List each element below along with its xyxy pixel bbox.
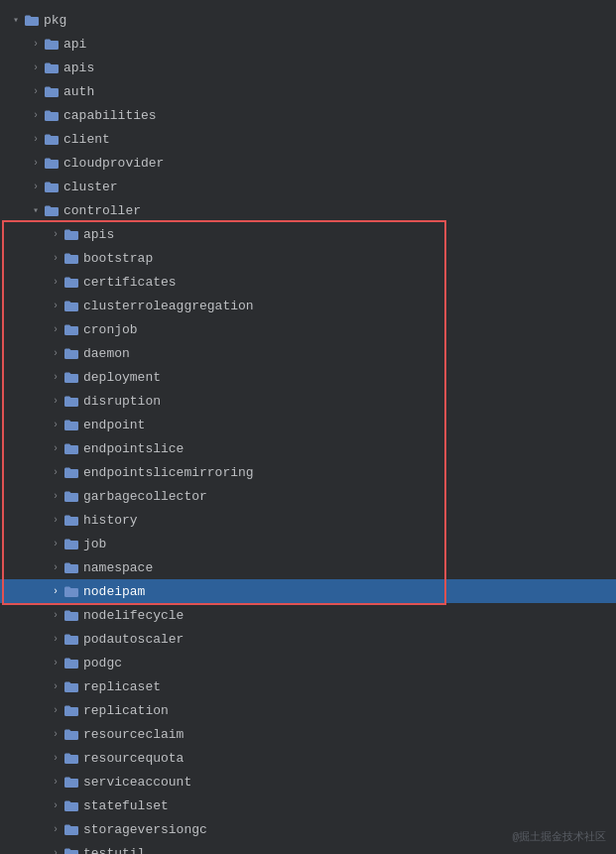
item-label: nodelifecycle — [83, 608, 184, 623]
chevron-icon — [48, 607, 63, 623]
tree-item-cronjob[interactable]: cronjob — [0, 317, 616, 341]
tree-item-endpoint[interactable]: endpoint — [0, 413, 616, 436]
tree-item-garbagecollector[interactable]: garbagecollector — [0, 484, 616, 508]
tree-item-endpointslicemirroring[interactable]: endpointslicemirroring — [0, 460, 616, 484]
folder-icon — [63, 369, 79, 385]
folder-icon — [44, 155, 60, 171]
folder-icon — [44, 60, 60, 75]
chevron-icon — [48, 345, 63, 361]
folder-icon — [44, 131, 60, 147]
tree-item-api[interactable]: api — [0, 32, 616, 56]
tree-item-statefulset[interactable]: statefulset — [0, 793, 616, 817]
item-label: pkg — [44, 13, 66, 28]
folder-icon — [63, 345, 79, 361]
item-label: deployment — [83, 370, 161, 385]
tree-item-replicaset[interactable]: replicaset — [0, 674, 616, 698]
item-label: endpointslice — [83, 441, 184, 456]
folder-icon — [44, 179, 60, 194]
tree-item-nodelifecycle[interactable]: nodelifecycle — [0, 603, 616, 627]
folder-icon — [63, 440, 79, 456]
tree-item-replication[interactable]: replication — [0, 698, 616, 722]
chevron-icon — [48, 821, 63, 837]
tree-item-capabilities[interactable]: capabilities — [0, 103, 616, 127]
chevron-icon — [48, 655, 63, 671]
folder-icon — [63, 774, 79, 790]
folder-icon — [63, 226, 79, 242]
folder-icon — [63, 797, 79, 813]
item-label: auth — [63, 84, 94, 99]
item-label: job — [83, 537, 106, 551]
chevron-icon — [48, 750, 63, 766]
item-label: apis — [83, 227, 114, 242]
tree-item-pkg[interactable]: pkg — [0, 8, 616, 32]
tree-item-daemon[interactable]: daemon — [0, 341, 616, 365]
chevron-icon — [28, 60, 44, 75]
chevron-icon — [28, 107, 44, 123]
tree-item-namespace[interactable]: namespace — [0, 555, 616, 579]
chevron-icon — [48, 274, 63, 290]
chevron-icon — [48, 845, 63, 854]
item-label: api — [63, 37, 86, 52]
folder-icon — [63, 488, 79, 504]
tree-item-nodeipam[interactable]: nodeipam — [0, 579, 616, 603]
item-label: clusterroleaggregation — [83, 299, 254, 313]
folder-icon — [44, 107, 60, 123]
folder-icon — [63, 655, 79, 671]
folder-icon — [63, 512, 79, 528]
tree-item-serviceaccount[interactable]: serviceaccount — [0, 770, 616, 793]
tree-item-controller[interactable]: controller — [0, 198, 616, 222]
tree-item-clusterroleaggregation[interactable]: clusterroleaggregation — [0, 294, 616, 317]
chevron-icon — [48, 512, 63, 528]
item-label: bootstrap — [83, 251, 153, 266]
tree-item-resourceclaim[interactable]: resourceclaim — [0, 722, 616, 746]
tree-item-job[interactable]: job — [0, 532, 616, 555]
tree-item-apis-ctrl[interactable]: apis — [0, 222, 616, 246]
tree-item-apis[interactable]: apis — [0, 56, 616, 79]
tree-item-bootstrap[interactable]: bootstrap — [0, 246, 616, 270]
folder-icon — [63, 583, 79, 599]
chevron-icon — [48, 726, 63, 742]
folder-icon — [63, 536, 79, 551]
folder-icon — [63, 298, 79, 313]
item-label: client — [63, 132, 110, 147]
tree-item-cloudprovider[interactable]: cloudprovider — [0, 151, 616, 175]
file-tree: pkg api apis auth capabilities client — [0, 0, 616, 854]
folder-icon — [63, 678, 79, 694]
folder-icon — [63, 821, 79, 837]
folder-icon — [63, 464, 79, 480]
folder-icon — [63, 274, 79, 290]
tree-item-cluster[interactable]: cluster — [0, 175, 616, 198]
chevron-icon — [48, 702, 63, 718]
tree-item-resourcequota[interactable]: resourcequota — [0, 746, 616, 770]
tree-item-auth[interactable]: auth — [0, 79, 616, 103]
item-label: daemon — [83, 346, 130, 361]
chevron-icon — [28, 131, 44, 147]
watermark: @掘土掘金技术社区 — [512, 829, 606, 844]
chevron-icon — [48, 298, 63, 313]
tree-item-disruption[interactable]: disruption — [0, 389, 616, 413]
chevron-icon — [48, 250, 63, 266]
chevron-icon — [28, 202, 44, 218]
tree-item-client[interactable]: client — [0, 127, 616, 151]
item-label: endpoint — [83, 418, 145, 432]
item-label: testutil — [83, 846, 145, 855]
chevron-icon — [48, 321, 63, 337]
item-label: serviceaccount — [83, 775, 191, 790]
item-label: endpointslicemirroring — [83, 465, 254, 480]
item-label: controller — [63, 203, 141, 218]
tree-item-certificates[interactable]: certificates — [0, 270, 616, 294]
tree-item-podgc[interactable]: podgc — [0, 651, 616, 674]
item-label: nodeipam — [83, 584, 145, 599]
item-label: apis — [63, 61, 94, 75]
folder-icon — [63, 559, 79, 575]
item-label: certificates — [83, 275, 177, 290]
tree-item-endpointslice[interactable]: endpointslice — [0, 436, 616, 460]
folder-icon — [24, 12, 40, 28]
tree-item-deployment[interactable]: deployment — [0, 365, 616, 389]
folder-icon — [63, 702, 79, 718]
chevron-icon — [28, 179, 44, 194]
item-label: cloudprovider — [63, 156, 164, 171]
tree-item-podautoscaler[interactable]: podautoscaler — [0, 627, 616, 651]
chevron-icon — [48, 774, 63, 790]
tree-item-history[interactable]: history — [0, 508, 616, 532]
